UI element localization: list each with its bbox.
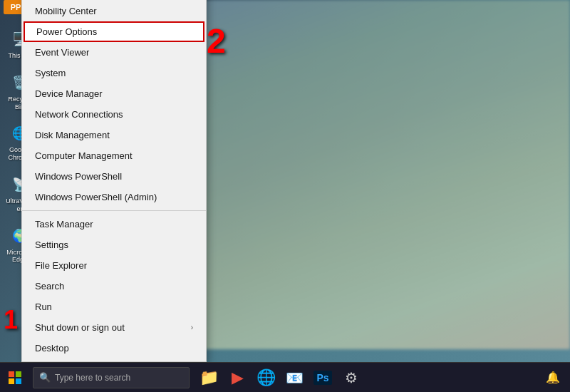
taskbar-icon-photoshop[interactable]: Ps bbox=[309, 364, 336, 391]
media-icon: ▶ bbox=[232, 368, 244, 387]
menu-item-network-connections[interactable]: Network Connections bbox=[22, 104, 206, 125]
taskbar-icon-email[interactable]: 📧 bbox=[281, 364, 308, 391]
annotation-2: 2 bbox=[207, 21, 226, 61]
menu-item-task-manager[interactable]: Task Manager bbox=[22, 214, 206, 234]
taskbar-icon-settings[interactable]: ⚙ bbox=[338, 364, 365, 391]
taskbar-search[interactable]: 🔍 Type here to search bbox=[33, 367, 190, 388]
settings-icon: ⚙ bbox=[345, 369, 358, 386]
menu-item-powershell-admin[interactable]: Windows PowerShell (Admin) bbox=[22, 187, 206, 207]
menu-item-mobility-center[interactable]: Mobility Center bbox=[22, 1, 206, 21]
system-tray: 🔔 bbox=[542, 366, 570, 389]
menu-item-system[interactable]: System bbox=[22, 63, 206, 83]
menu-item-power-options[interactable]: Power Options bbox=[24, 21, 204, 42]
menu-item-device-manager[interactable]: Device Manager bbox=[22, 83, 206, 104]
submenu-arrow-icon: › bbox=[191, 324, 193, 331]
menu-item-run[interactable]: Run bbox=[22, 296, 206, 317]
menu-item-disk-management[interactable]: Disk Management bbox=[22, 125, 206, 145]
menu-divider bbox=[22, 210, 206, 211]
menu-item-computer-management[interactable]: Computer Management bbox=[22, 145, 206, 166]
taskbar-icon-media[interactable]: ▶ bbox=[224, 364, 251, 391]
fileexplorer-icon: 📁 bbox=[200, 368, 219, 387]
start-button[interactable] bbox=[0, 363, 30, 393]
desktop-wallpaper bbox=[200, 0, 570, 349]
search-icon: 🔍 bbox=[39, 372, 51, 383]
photoshop-icon: Ps bbox=[314, 371, 331, 385]
context-menu: Apps and Features Mobility Center Power … bbox=[21, 0, 207, 362]
windows-logo-icon bbox=[9, 371, 21, 384]
desktop: 2 1 🖥️ This PC 🗑️ Recycle Bin 🌐 Google C… bbox=[0, 0, 570, 392]
annotation-1: 1 bbox=[4, 305, 18, 335]
taskbar: 🔍 Type here to search 📁 ▶ 🌐 📧 Ps ⚙ bbox=[0, 362, 570, 392]
menu-item-file-explorer[interactable]: File Explorer bbox=[22, 255, 206, 276]
email-icon: 📧 bbox=[286, 369, 304, 386]
taskbar-pinned-apps: 📁 ▶ 🌐 📧 Ps ⚙ bbox=[195, 364, 542, 391]
menu-item-event-viewer[interactable]: Event Viewer bbox=[22, 42, 206, 63]
powerpoint-icon: PP bbox=[11, 3, 21, 11]
taskbar-icon-chrome-tb[interactable]: 🌐 bbox=[252, 364, 279, 391]
menu-item-desktop[interactable]: Desktop bbox=[22, 338, 206, 359]
menu-item-search[interactable]: Search bbox=[22, 276, 206, 296]
notification-icon[interactable]: 🔔 bbox=[542, 366, 564, 389]
chrome-tb-icon: 🌐 bbox=[256, 368, 276, 387]
menu-item-powershell[interactable]: Windows PowerShell bbox=[22, 166, 206, 187]
menu-item-shutdown[interactable]: Shut down or sign out › bbox=[22, 317, 206, 338]
taskbar-icon-fileexplorer[interactable]: 📁 bbox=[195, 364, 222, 391]
search-placeholder-text: Type here to search bbox=[55, 373, 130, 383]
menu-item-settings[interactable]: Settings bbox=[22, 234, 206, 255]
